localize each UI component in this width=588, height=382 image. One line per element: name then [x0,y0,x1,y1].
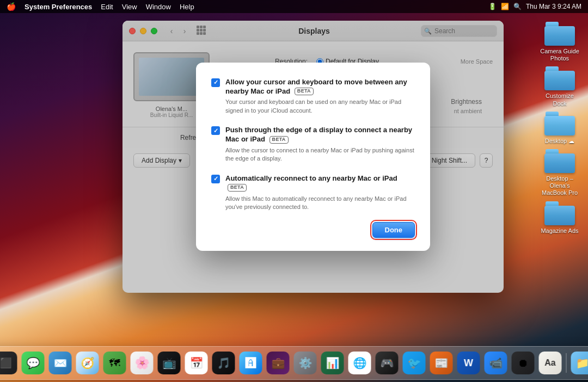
option-content-1: Allow your cursor and keyboard to move b… [225,78,415,115]
dock-item-music[interactable]: 🎵 [211,350,236,375]
desktop-icon-customize-dock[interactable]: Customize Dock [538,66,581,107]
launchpad-icon: ⬛ [0,352,17,374]
desktop-icons: Camera GuidePhotos Customize Dock Deskto… [538,22,581,235]
dock-item-photos[interactable]: 🌸 [130,350,155,375]
folder-icon [544,201,575,225]
downloads-icon: 📁 [571,352,589,374]
zoom-icon: 📹 [485,352,507,374]
folder-body [544,71,575,90]
desktop-icon-label: Camera GuidePhotos [540,48,579,62]
folder-body [544,26,575,46]
dji-icon: 🎮 [376,352,399,374]
mail-icon: ✉️ [49,352,72,374]
option-title-1: Allow your cursor and keyboard to move b… [225,78,415,96]
apple-menu[interactable]: 🍎 [7,2,16,11]
calendar-icon: 📅 [185,352,208,374]
wifi-icon: 📶 [501,3,509,10]
maps-icon: 🗺 [103,352,126,374]
dialog-option-3: Automatically reconnect to any nearby Ma… [211,174,415,212]
dock-item-slack[interactable]: 💼 [266,350,291,375]
dock-item-chrome[interactable]: 🌐 [347,350,372,375]
dictionary-icon: Aa [539,352,562,374]
option-content-3: Automatically reconnect to any nearby Ma… [225,174,415,212]
dock-item-dji[interactable]: 🎮 [375,350,400,375]
folder-tab [546,149,559,153]
safari-icon: 🧭 [76,352,99,374]
menubar-left: 🍎 System Preferences Edit View Window He… [7,2,194,11]
desktop-icon-label: Customize Dock [538,93,581,107]
beta-badge-3: BETA [228,184,247,192]
menu-window[interactable]: Window [146,3,171,11]
dialog-option-1: Allow your cursor and keyboard to move b… [211,78,415,115]
menu-help[interactable]: Help [180,3,194,11]
desktop-icon-desktop[interactable]: Desktop ☁ [538,112,581,145]
music-icon: 🎵 [212,352,235,374]
checkbox-2[interactable] [211,126,220,135]
folder-tab [546,112,559,116]
folder-body [544,116,575,135]
checkbox-3[interactable] [211,175,220,183]
excel-icon: 📊 [321,352,344,374]
dock-item-downloads[interactable]: 📁 [570,350,589,375]
desktop-icon-label: Magazine Ads [541,227,578,235]
dock-item-appstore[interactable]: 🅰 [238,350,264,375]
app-name[interactable]: System Preferences [24,3,92,11]
dialog-overlay: Allow your cursor and keyboard to move b… [122,21,504,293]
dock-item-messages[interactable]: 💬 [21,350,46,375]
apple-tv-icon: 📺 [158,352,181,374]
option-desc-1: Your cursor and keyboard can be used on … [225,98,415,115]
universal-control-dialog: Allow your cursor and keyboard to move b… [196,63,430,251]
dock-item-tv[interactable]: 📺 [157,350,182,375]
menu-view[interactable]: View [122,3,137,11]
dock-item-excel[interactable]: 📊 [320,350,345,375]
beta-badge-2: BETA [270,136,289,144]
folder-tab [546,22,559,26]
option-desc-3: Allow this Mac to automatically reconnec… [225,195,415,212]
messages-icon: 💬 [22,352,45,374]
checkbox-1[interactable] [211,78,220,87]
option-title-3: Automatically reconnect to any nearby Ma… [225,174,415,193]
option-content-2: Push through the edge of a display to co… [225,126,415,163]
dock-item-quicktime[interactable]: ⏺ [511,350,536,375]
dock-item-calendar[interactable]: 📅 [184,350,209,375]
option-title-2: Push through the edge of a display to co… [225,126,415,144]
reeder-icon: 📰 [430,352,453,374]
done-button[interactable]: Done [372,222,415,238]
folder-icon [544,66,575,90]
dock-item-launchpad[interactable]: ⬛ [0,350,19,375]
slack-icon: 💼 [267,352,290,374]
battery-icon: 🔋 [488,3,497,10]
folder-tab [546,66,559,71]
folder-body [544,153,575,173]
desktop-icon-magazine-ads[interactable]: Magazine Ads [538,201,581,235]
dock-item-reeder[interactable]: 📰 [429,350,454,375]
chrome-icon: 🌐 [348,352,371,374]
menubar-right: 🔋 📶 🔍 Thu Mar 3 9:24 AM [488,3,581,10]
system-preferences-icon: ⚙️ [294,352,317,374]
twitter-icon: 🐦 [403,352,426,374]
photos-icon: 🌸 [131,352,154,374]
sysprefs-window: ‹ › Displays 🔍 Olena's M... Built-in Liq… [122,21,504,293]
dock: 🔵 ⬛ 💬 ✉️ 🧭 🗺 🌸 📺 📅 🎵 🅰 💼 ⚙️ 📊 🌐 � [0,346,588,380]
dock-item-twitter[interactable]: 🐦 [402,350,427,375]
option-desc-2: Allow the cursor to connect to a nearby … [225,146,415,163]
search-icon[interactable]: 🔍 [513,3,522,10]
dock-item-sysprefs[interactable]: ⚙️ [293,350,318,375]
dock-separator [566,353,567,373]
desktop-icon-desktop-olena[interactable]: Desktop – Olena'sMacBook Pro [538,149,581,197]
menu-edit[interactable]: Edit [101,3,113,11]
dock-item-dictionary[interactable]: Aa [538,350,563,375]
menubar: 🍎 System Preferences Edit View Window He… [0,0,588,13]
dock-item-safari[interactable]: 🧭 [75,350,100,375]
folder-icon [544,22,575,46]
dock-item-mail[interactable]: ✉️ [48,350,73,375]
desktop-icon-camera-guide[interactable]: Camera GuidePhotos [538,22,581,62]
dock-item-maps[interactable]: 🗺 [102,350,127,375]
folder-body [544,206,575,225]
folder-icon [544,149,575,173]
folder-icon [544,112,575,135]
dock-item-word[interactable]: W [456,350,481,375]
appstore-icon: 🅰 [240,352,262,374]
dock-item-zoom[interactable]: 📹 [483,350,509,375]
folder-tab [546,201,559,206]
